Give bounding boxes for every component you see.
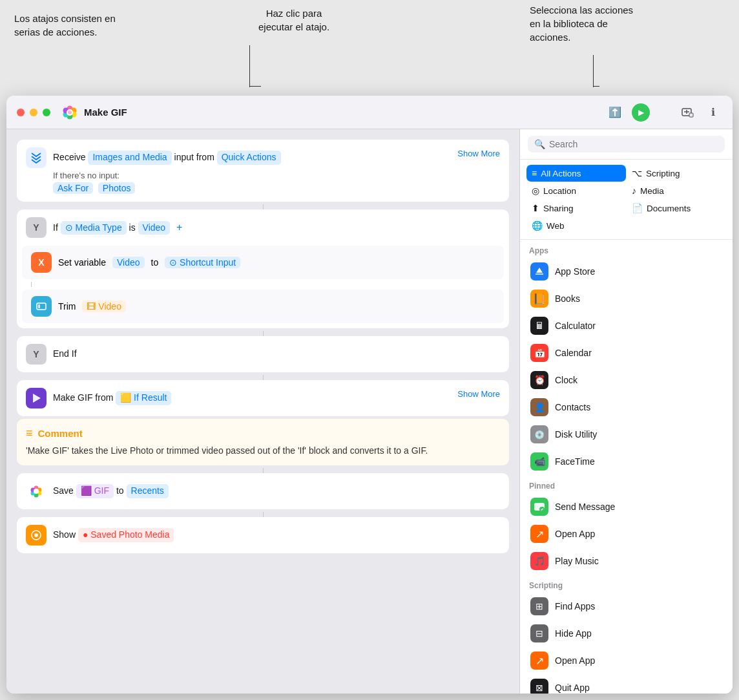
end-if-content: End If <box>53 348 500 361</box>
if-pill-video[interactable]: Video <box>138 221 171 235</box>
title-bar: Make GIF ⬆️ ▶ ℹ <box>6 96 733 129</box>
show-step: Show ● Saved Photo Media <box>17 517 509 553</box>
action-send-message[interactable]: Send Message <box>526 493 726 520</box>
calendar-label: Calendar <box>555 348 592 358</box>
save-content: Save 🟪 GIF to Recents <box>53 484 500 498</box>
add-to-dock-button[interactable] <box>678 103 696 122</box>
trim-pill1[interactable]: 🎞 Video <box>82 301 125 312</box>
set-variable-step: X Set variable Video to ⊙ Shortcut Input <box>22 246 504 279</box>
show-pill1[interactable]: ● Saved Photo Media <box>78 528 174 542</box>
action-open-app[interactable]: ↗ Open App <box>526 647 726 674</box>
action-facetime[interactable]: 📹 FaceTime <box>526 448 726 475</box>
web-label: Web <box>546 221 565 231</box>
if-add[interactable]: + <box>176 222 182 233</box>
category-media[interactable]: ♪ Media <box>627 182 726 199</box>
contacts-label: Contacts <box>555 402 590 412</box>
receive-pill2[interactable]: Quick Actions <box>217 151 281 165</box>
content-area: Receive Images and Media input from Quic… <box>6 129 733 694</box>
search-bar: 🔍 <box>520 129 733 160</box>
app-store-icon <box>530 262 548 281</box>
action-calculator[interactable]: 🖩 Calculator <box>526 312 726 339</box>
actions-panel: 🔍 ≡ All Actions ⌥ Scripting ◎ Location <box>519 129 733 694</box>
if-body: X Set variable Video to ⊙ Shortcut Input <box>22 246 504 323</box>
receive-middle: input from <box>174 152 217 162</box>
connector-5 <box>263 512 264 517</box>
category-sharing[interactable]: ⬆ Sharing <box>526 200 626 217</box>
action-open-app-pinned[interactable]: ↗ Open App <box>526 520 726 547</box>
ask-for-pill[interactable]: Ask For <box>53 182 93 194</box>
action-app-store[interactable]: App Store <box>526 258 726 285</box>
share-button[interactable]: ⬆️ <box>606 103 624 122</box>
open-app-icon: ↗ <box>530 652 548 670</box>
trim-icon <box>31 296 52 317</box>
receive-show-more[interactable]: Show More <box>457 149 500 158</box>
action-hide-app[interactable]: ⊟ Hide App <box>526 620 726 647</box>
quit-app-label: Quit App <box>555 683 590 693</box>
action-quit-app[interactable]: ⊠ Quit App <box>526 674 726 694</box>
action-disk-utility[interactable]: 💿 Disk Utility <box>526 421 726 448</box>
search-input[interactable] <box>549 139 718 149</box>
show-label: Show <box>53 529 78 540</box>
svg-rect-11 <box>38 304 40 308</box>
hide-app-label: Hide App <box>555 628 592 639</box>
category-scripting[interactable]: ⌥ Scripting <box>627 165 726 182</box>
search-icon: 🔍 <box>534 139 545 149</box>
app-icon <box>61 103 79 122</box>
if-pill-media-type[interactable]: ⊙ Media Type <box>61 221 127 235</box>
calculator-label: Calculator <box>555 321 596 331</box>
make-gif-pill1[interactable]: 🟨 If Result <box>116 391 171 405</box>
action-find-apps[interactable]: ⊞ Find Apps <box>526 593 726 620</box>
close-button[interactable] <box>17 109 25 116</box>
sharing-label: Sharing <box>543 204 574 213</box>
category-documents[interactable]: 📄 Documents <box>627 200 726 217</box>
open-app-pinned-label: Open App <box>555 529 595 539</box>
maximize-button[interactable] <box>43 109 50 116</box>
show-icon <box>26 525 47 546</box>
trim-step: Trim 🎞 Video <box>22 290 504 323</box>
action-calendar[interactable]: 📅 Calendar <box>526 339 726 366</box>
svg-marker-12 <box>33 394 41 403</box>
end-if-label: End If <box>53 348 77 359</box>
action-clock[interactable]: ⏰ Clock <box>526 366 726 394</box>
calculator-icon: 🖩 <box>530 317 548 335</box>
photos-pill[interactable]: Photos <box>98 182 136 194</box>
receive-pill1[interactable]: Images and Media <box>88 151 171 165</box>
books-label: Books <box>555 293 580 304</box>
make-gif-content: Make GIF from 🟨 If Result <box>53 391 500 405</box>
callout-right: Selecciona las accionesen la biblioteca … <box>530 3 633 44</box>
section-scripting: Scripting <box>526 575 726 593</box>
svg-point-7 <box>68 111 72 114</box>
action-contacts[interactable]: 👤 Contacts <box>526 394 726 421</box>
make-gif-step: Make GIF from 🟨 If Result Show More <box>17 380 509 416</box>
set-variable-to: to <box>151 257 159 268</box>
action-play-music[interactable]: 🎵 Play Music <box>526 547 726 575</box>
traffic-lights <box>17 109 50 116</box>
if-header: Y If ⊙ Media Type is Video + <box>17 209 509 246</box>
receive-label: Receive <box>53 152 88 162</box>
action-books[interactable]: 📙 Books <box>526 285 726 312</box>
category-all-actions[interactable]: ≡ All Actions <box>526 165 626 182</box>
save-pill2[interactable]: Recents <box>127 484 169 498</box>
set-variable-pill1[interactable]: Video <box>112 257 145 268</box>
show-content: Show ● Saved Photo Media <box>53 528 500 542</box>
end-if-step: Y End If <box>17 336 509 372</box>
set-variable-pill2[interactable]: ⊙ Shortcut Input <box>165 257 240 268</box>
comment-title: Comment <box>38 428 83 439</box>
make-gif-show-more[interactable]: Show More <box>457 389 500 399</box>
send-message-icon <box>530 498 548 516</box>
minimize-button[interactable] <box>30 109 37 116</box>
location-icon: ◎ <box>532 186 539 196</box>
web-icon: 🌐 <box>532 220 543 231</box>
category-web[interactable]: 🌐 Web <box>526 217 626 234</box>
save-label: Save <box>53 485 76 496</box>
set-variable-label: Set variable <box>58 257 106 268</box>
save-pill1[interactable]: 🟪 GIF <box>76 484 114 498</box>
connector-3 <box>263 375 264 380</box>
media-icon: ♪ <box>632 186 636 196</box>
receive-icon <box>26 147 47 168</box>
info-button[interactable]: ℹ <box>704 103 722 122</box>
run-button[interactable]: ▶ <box>632 103 650 122</box>
contacts-icon: 👤 <box>530 398 548 416</box>
receive-sub: If there's no input: Ask For Photos <box>53 171 500 194</box>
category-location[interactable]: ◎ Location <box>526 182 626 199</box>
